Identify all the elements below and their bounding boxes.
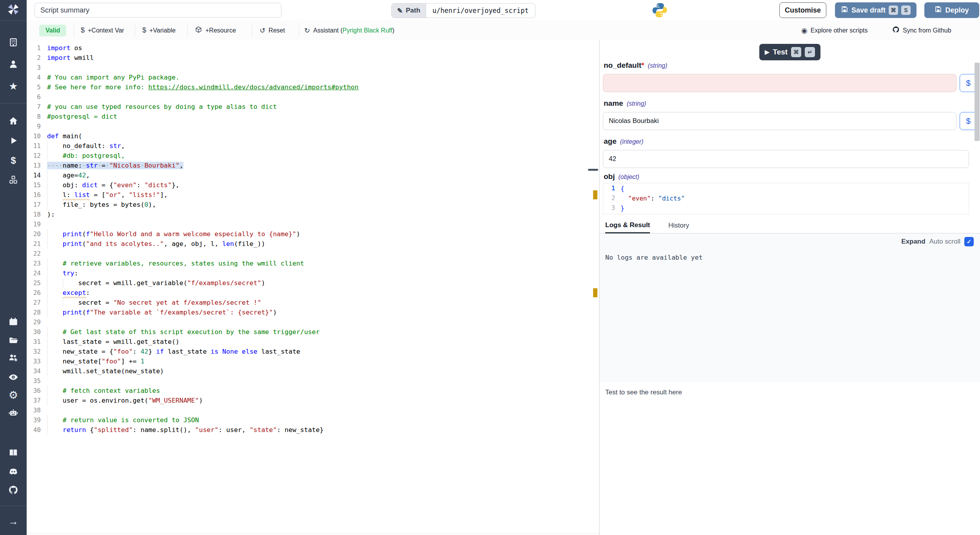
sidebar-item-docs[interactable] <box>8 448 18 458</box>
tab-history[interactable]: History <box>668 218 689 233</box>
code-line[interactable]: 30 # Get last state of this script execu… <box>27 327 593 337</box>
windmill-logo-icon <box>7 3 20 18</box>
line-number: 4 <box>27 72 41 82</box>
sidebar-item-audit-logs[interactable] <box>8 372 18 382</box>
sync-from-github-button[interactable]: Sync from Github <box>892 20 951 40</box>
field-name: obj <box>604 172 615 181</box>
sidebar-item-discord[interactable] <box>8 466 18 477</box>
code-text: # Get last state of this script executio… <box>47 327 319 337</box>
code-line[interactable]: 33 new_state["foo"] += 1 <box>27 356 593 366</box>
sidebar-item-resources[interactable] <box>8 175 18 185</box>
assistant-button[interactable]: ↻ Assistant (Pyright Black Ruff) <box>304 20 394 40</box>
code-line[interactable]: 26 except: <box>27 288 593 298</box>
tab-logs-and-result[interactable]: Logs & Result <box>605 218 650 233</box>
code-line[interactable]: 6 <box>27 92 593 102</box>
sidebar-item-github[interactable] <box>8 485 18 495</box>
code-line[interactable]: 15 obj: dict = {"even": "dicts"}, <box>27 180 593 190</box>
windmill-script-editor: ★$⚙→ Script summary ✎ Path u/henri/overj… <box>0 0 980 535</box>
code-line[interactable]: 20 print(f"Hello World and a warm welcom… <box>27 229 593 239</box>
code-line[interactable]: 2import wmill <box>27 53 593 63</box>
code-line[interactable]: 4# You can import any PyPi package. <box>27 72 593 82</box>
code-line[interactable]: 17 file_: bytes = bytes(0), <box>27 200 593 210</box>
reset-button[interactable]: ↺ Reset <box>260 20 285 40</box>
code-text: try: <box>47 268 78 278</box>
field-input-no_default[interactable] <box>603 74 956 92</box>
code-line[interactable]: 29 <box>27 317 593 327</box>
panel-tabs: Logs & Result History <box>600 218 980 233</box>
sidebar-item-home[interactable] <box>8 116 18 126</box>
sidebar-item-ai[interactable] <box>8 408 18 418</box>
add-context-var-button[interactable]: $ +Context Var <box>81 20 124 40</box>
code-line[interactable]: 13····name:·str·=·"Nicolas·Bourbaki", <box>27 161 593 170</box>
code-line[interactable]: 39 # return value is converted to JSON <box>27 415 593 425</box>
code-line[interactable]: 10def main( <box>27 131 593 141</box>
code-line[interactable]: 5# See here for more info: https://docs.… <box>27 82 593 92</box>
code-line[interactable]: 19 <box>27 219 593 229</box>
dollar-icon: $ <box>81 26 85 34</box>
line-number: 33 <box>27 356 41 366</box>
code-line[interactable]: 14 age=42, <box>27 170 593 180</box>
field-input-name[interactable]: Nicolas Bourbaki <box>603 112 956 130</box>
sidebar-item-variables[interactable]: $ <box>8 155 18 166</box>
path-selector[interactable]: ✎ Path u/henri/overjoyed_script <box>391 3 535 18</box>
sidebar-item-folders[interactable] <box>8 335 18 345</box>
home-icon <box>8 116 18 126</box>
code-line[interactable]: 7# you can use typed resources by doing … <box>27 102 593 112</box>
code-line[interactable]: 38 <box>27 405 593 415</box>
code-line[interactable]: 28 print(f"The variable at `f/examples/s… <box>27 307 593 317</box>
code-line[interactable]: 1import os <box>27 43 593 53</box>
line-number: 1 <box>27 43 41 53</box>
code-line[interactable]: 11 no_default: str, <box>27 141 593 151</box>
code-line[interactable]: 37 user = os.environ.get("WM_USERNAME") <box>27 396 593 405</box>
sidebar-item-users[interactable] <box>8 59 18 69</box>
code-line[interactable]: 25 secret = wmill.get_variable("f/exampl… <box>27 278 593 288</box>
code-line[interactable]: 24 try: <box>27 268 593 278</box>
object-json-editor[interactable]: 1{2 "even": "dicts"3} <box>603 183 969 214</box>
form-scrollbar[interactable] <box>975 63 980 141</box>
code-line[interactable]: 3 <box>27 63 593 72</box>
code-line[interactable]: 31 last_state = wmill.get_state() <box>27 337 593 347</box>
code-editor[interactable]: 1import os2import wmill34# You can impor… <box>27 40 593 535</box>
autoscroll-checkbox[interactable]: ✓ <box>964 237 974 246</box>
sidebar-item-groups[interactable] <box>8 352 18 363</box>
field-type: (string) <box>648 62 667 69</box>
workspace-logo[interactable] <box>0 0 27 21</box>
sidebar-item-runs[interactable] <box>8 136 18 146</box>
code-line[interactable]: 35 <box>27 376 593 386</box>
field-input-age[interactable]: 42 <box>603 150 969 168</box>
add-variable-button[interactable]: $ +Variable <box>142 20 176 40</box>
sidebar-item-collapse[interactable]: → <box>8 516 18 526</box>
explore-other-scripts-button[interactable]: ◉ Explore other scripts <box>801 20 868 40</box>
deploy-button[interactable]: Deploy <box>924 2 979 18</box>
code-line[interactable]: 9 <box>27 121 593 131</box>
add-resource-button[interactable]: +Resource <box>195 20 236 40</box>
sidebar-item-settings[interactable]: ⚙ <box>8 390 18 400</box>
script-summary-input[interactable]: Script summary <box>34 3 281 18</box>
code-line[interactable]: 32 new_state = {"foo": 42} if last_state… <box>27 347 593 356</box>
code-text: ····name:·str·=·"Nicolas·Bourbaki", <box>47 161 183 170</box>
sidebar-item-favorites[interactable]: ★ <box>8 81 18 91</box>
code-line[interactable]: 18): <box>27 210 593 219</box>
code-line[interactable]: 22 <box>27 249 593 258</box>
field-type: (string) <box>627 100 646 107</box>
code-line[interactable]: 21 print("and its acolytes..", age, obj,… <box>27 239 593 249</box>
sidebar-item-workspace[interactable] <box>8 37 18 47</box>
sidebar-item-schedules[interactable] <box>8 316 18 327</box>
test-button[interactable]: ▶ Test ⌘ ↵ <box>759 44 820 60</box>
code-line[interactable]: 40 return {"splitted": name.split(), "us… <box>27 425 593 435</box>
code-line[interactable]: 8#postgresql = dict <box>27 112 593 121</box>
code-text: new_state = {"foo": 42} if last_state is… <box>47 347 300 356</box>
s-key-badge: S <box>901 5 911 15</box>
code-line[interactable]: 23 # retrieve variables, resources, stat… <box>27 258 593 268</box>
code-line[interactable]: 27 secret = "No secret yet at f/examples… <box>27 298 593 307</box>
save-draft-button[interactable]: Save draft ⌘ S <box>835 2 916 18</box>
code-line[interactable]: 12 #db: postgresql, <box>27 151 593 161</box>
code-line[interactable]: 34 wmill.set_state(new_state) <box>27 366 593 376</box>
code-line[interactable]: 36 # fetch context variables <box>27 386 593 396</box>
splitter-drag-handle[interactable] <box>588 169 598 171</box>
line-number: 16 <box>27 190 41 200</box>
enter-key-badge: ↵ <box>805 47 815 57</box>
customise-button[interactable]: Customise <box>779 2 826 18</box>
expand-button[interactable]: Expand <box>901 238 925 246</box>
code-line[interactable]: 16 l: list = ["or", "lists!"], <box>27 190 593 200</box>
